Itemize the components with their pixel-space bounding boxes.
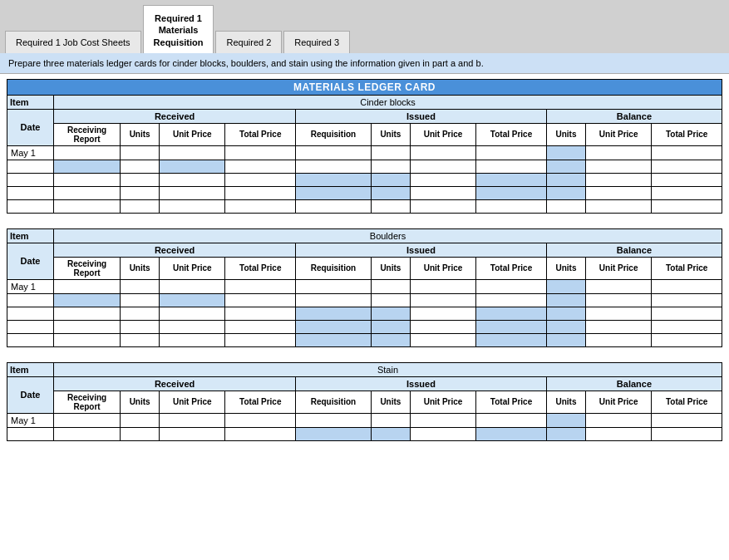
data-cell[interactable] [296,307,372,320]
data-cell[interactable] [160,160,225,173]
data-cell[interactable] [410,199,475,213]
data-cell[interactable] [586,320,652,333]
data-cell[interactable] [121,173,160,186]
data-cell[interactable] [296,173,372,186]
data-cell[interactable] [121,427,160,440]
data-cell[interactable] [225,186,296,199]
data-cell[interactable] [121,145,160,160]
data-cell[interactable] [225,145,296,160]
data-cell[interactable] [225,199,296,213]
data-cell[interactable] [546,173,585,186]
date-cell[interactable]: May 1 [7,145,54,160]
data-cell[interactable] [54,186,121,199]
data-cell[interactable] [586,199,652,213]
data-cell[interactable] [160,293,225,307]
data-cell[interactable] [476,293,547,307]
data-cell[interactable] [476,333,547,346]
data-cell[interactable] [371,333,410,346]
data-cell[interactable] [296,199,372,213]
data-cell[interactable] [546,186,585,199]
data-cell[interactable] [410,333,475,346]
data-cell[interactable] [225,307,296,320]
data-cell[interactable] [652,427,722,440]
data-cell[interactable] [225,333,296,346]
data-cell[interactable] [296,160,372,173]
data-cell[interactable] [371,145,410,160]
data-cell[interactable] [371,307,410,320]
data-cell[interactable] [160,199,225,213]
data-cell[interactable] [476,199,547,213]
data-cell[interactable] [652,145,722,160]
data-cell[interactable] [160,413,225,427]
data-cell[interactable] [371,279,410,293]
data-cell[interactable] [476,186,547,199]
data-cell[interactable] [546,413,585,427]
data-cell[interactable] [54,160,121,173]
date-cell[interactable] [7,307,54,320]
data-cell[interactable] [54,333,121,346]
data-cell[interactable] [410,279,475,293]
data-cell[interactable] [652,333,722,346]
data-cell[interactable] [652,293,722,307]
data-cell[interactable] [586,145,652,160]
data-cell[interactable] [410,145,475,160]
data-cell[interactable] [225,173,296,186]
date-cell[interactable] [7,160,54,173]
data-cell[interactable] [410,160,475,173]
date-cell[interactable] [7,427,54,440]
data-cell[interactable] [546,279,585,293]
data-cell[interactable] [476,173,547,186]
data-cell[interactable] [54,145,121,160]
data-cell[interactable] [160,307,225,320]
data-cell[interactable] [586,307,652,320]
data-cell[interactable] [586,160,652,173]
data-cell[interactable] [652,199,722,213]
data-cell[interactable] [121,160,160,173]
data-cell[interactable] [546,427,585,440]
data-cell[interactable] [546,199,585,213]
data-cell[interactable] [586,186,652,199]
data-cell[interactable] [652,413,722,427]
data-cell[interactable] [410,293,475,307]
data-cell[interactable] [54,413,121,427]
data-cell[interactable] [586,333,652,346]
data-cell[interactable] [54,293,121,307]
data-cell[interactable] [546,307,585,320]
data-cell[interactable] [652,279,722,293]
data-cell[interactable] [410,307,475,320]
data-cell[interactable] [121,333,160,346]
data-cell[interactable] [410,186,475,199]
data-cell[interactable] [160,145,225,160]
data-cell[interactable] [652,320,722,333]
data-cell[interactable] [371,186,410,199]
data-cell[interactable] [296,427,372,440]
date-cell[interactable]: May 1 [7,279,54,293]
data-cell[interactable] [476,307,547,320]
data-cell[interactable] [410,173,475,186]
data-cell[interactable] [54,307,121,320]
data-cell[interactable] [476,320,547,333]
date-cell[interactable] [7,320,54,333]
data-cell[interactable] [225,160,296,173]
data-cell[interactable] [476,160,547,173]
data-cell[interactable] [121,293,160,307]
data-cell[interactable] [586,279,652,293]
date-cell[interactable]: May 1 [7,413,54,427]
data-cell[interactable] [121,199,160,213]
data-cell[interactable] [160,427,225,440]
data-cell[interactable] [160,186,225,199]
data-cell[interactable] [586,413,652,427]
tab-job-cost-sheets[interactable]: Required 1 Job Cost Sheets [5,31,141,53]
data-cell[interactable] [410,427,475,440]
date-cell[interactable] [7,173,54,186]
data-cell[interactable] [652,307,722,320]
data-cell[interactable] [410,320,475,333]
data-cell[interactable] [371,320,410,333]
data-cell[interactable] [476,413,547,427]
data-cell[interactable] [586,173,652,186]
data-cell[interactable] [476,427,547,440]
tab-materials-requisition[interactable]: Required 1MaterialsRequisition [143,5,214,53]
data-cell[interactable] [54,279,121,293]
data-cell[interactable] [586,427,652,440]
data-cell[interactable] [546,320,585,333]
